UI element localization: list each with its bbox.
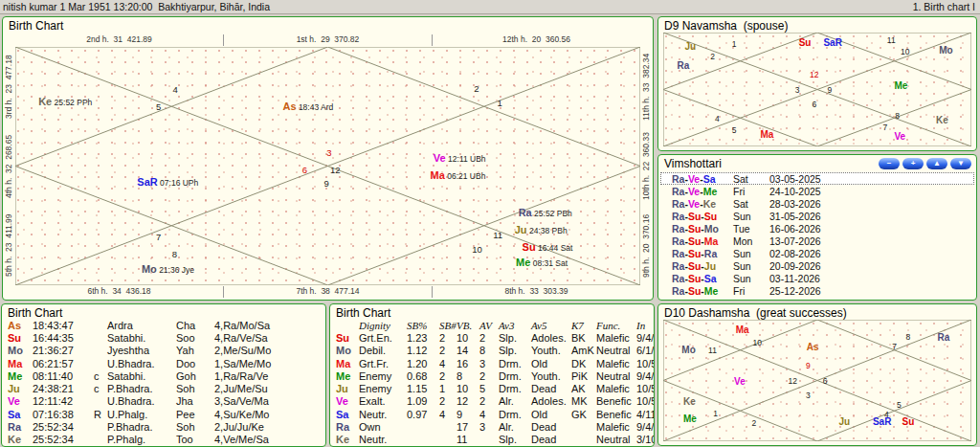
house-label: 7th h. 38 477.14 bbox=[223, 286, 432, 298]
chart-house-number: 3 bbox=[326, 148, 331, 158]
chart-house-number: 12 bbox=[330, 166, 341, 175]
minus-button[interactable]: − bbox=[879, 158, 900, 169]
house-label: 3rd h. 23 477.18 bbox=[4, 47, 14, 126]
dasha-row[interactable]: Ra-Su-SuSun31-05-2026 bbox=[660, 210, 974, 222]
house-label: 1st h. 29 370.82 bbox=[223, 34, 432, 46]
house-label: 5th h. 23 411.99 bbox=[4, 206, 14, 285]
house-label: 6th h. 34 436.18 bbox=[15, 286, 223, 298]
panel-title: Birth Chart bbox=[2, 304, 325, 319]
chart-house-number: 5 bbox=[156, 102, 161, 112]
chart-planet-su: Su bbox=[902, 417, 915, 427]
native-info: nitish kumar 1 Mar 1951 13:20:00 Bakhtiy… bbox=[3, 1, 270, 13]
chart-house-number: 6 bbox=[812, 101, 816, 109]
house-labels-bottom: 6th h. 34 436.18 7th h. 38 477.14 8th h.… bbox=[15, 286, 640, 298]
chart-house-number: 3 bbox=[806, 391, 811, 399]
table-row: Ju24:38:21cP.Bhadra.Soh2,Ju/Me/Su bbox=[8, 382, 325, 394]
table-row: Ve12:11:42U.Bhadra.Jha3,Sa/Ve/Ma bbox=[8, 395, 325, 408]
chart-house-number: 2 bbox=[710, 53, 715, 61]
panel-title: Birth Chart bbox=[3, 17, 653, 32]
dasha-row[interactable]: Ra-Ve-SaSat03-05-2025 bbox=[660, 172, 974, 185]
dasha-list: Ra-Ve-SaSat03-05-2025Ra-Ve-MeFri24-10-20… bbox=[660, 172, 974, 300]
chart-planet-ma: Ma bbox=[760, 130, 773, 140]
chart-planet-mo: Mo bbox=[681, 346, 695, 355]
dasha-row[interactable]: Ra-Ve-MeFri24-10-2025 bbox=[660, 185, 974, 197]
dasha-toolbar: −+▲▼ bbox=[879, 158, 971, 169]
chart-planet-ju: Ju 24:38 PBh bbox=[515, 224, 568, 235]
chart-house-number: 11 bbox=[493, 231, 502, 240]
chart-planet-as: As bbox=[807, 343, 819, 352]
chart-planet-ke: Ke bbox=[683, 397, 696, 407]
dasha-row[interactable]: Ra-Su-MaMon13-07-2026 bbox=[660, 235, 974, 247]
chart-grid bbox=[663, 320, 971, 441]
dasha-row[interactable]: Ra-Su-MoTue16-06-2026 bbox=[660, 222, 974, 235]
planet-positions-table: As18:43:47ArdraCha4,Ra/Mo/SaSu16:44:35Sa… bbox=[8, 319, 325, 446]
table-row: Su16:44:35Satabhi.Soo4,Ra/Ve/Sa bbox=[8, 331, 325, 344]
chart-planet-ve: Ve 12:11 UBh bbox=[434, 153, 486, 164]
chart-planet-ve: Ve bbox=[895, 132, 906, 142]
chart-house-number: 12 bbox=[789, 376, 797, 385]
house-labels-right: 11th h. 33 382.34 10th h. 22 360.33 9th … bbox=[641, 47, 652, 285]
positions-table-panel: Birth Chart As18:43:47ArdraCha4,Ra/Mo/Sa… bbox=[1, 303, 326, 447]
dasha-row[interactable]: Ra-Ve-KeSat28-03-2026 bbox=[660, 197, 974, 210]
chart-planet-me: Me 08:31 Sat bbox=[516, 257, 568, 268]
chart-planet-ju: Ju bbox=[839, 417, 851, 427]
table-row: SuGrt.En.1.232102Slp.Adoles.BKMalefic9/4… bbox=[336, 331, 654, 344]
chart-house-number: 6 bbox=[823, 376, 828, 385]
chart-house-number: 2 bbox=[752, 419, 757, 428]
dasha-row[interactable]: Ra-Su-JuSun20-09-2026 bbox=[660, 260, 974, 273]
table-row: Me08:11:40cSatabhi.Goh1,Ra/Ra/Ve bbox=[8, 369, 325, 382]
d10-dashamsha-panel: D10 Dashamsha (great successes) Ma10Mo11… bbox=[657, 303, 977, 446]
house-label: 2nd h. 31 421.89 bbox=[15, 34, 223, 46]
chart-house-number: 8 bbox=[172, 250, 177, 259]
down-button[interactable]: ▼ bbox=[950, 158, 971, 169]
table-row: KeNeutr.11Slp.DeadNeutral3/10/7 bbox=[336, 434, 654, 446]
house-label: 10th h. 22 360.33 bbox=[641, 126, 652, 206]
table-row: SaNeutr.0.97494Drm.OldGKBenefic4/11/8 bbox=[336, 408, 654, 420]
chart-planet-ve: Ve bbox=[734, 377, 746, 387]
up-button[interactable]: ▲ bbox=[926, 158, 947, 169]
panel-title: D10 Dashamsha (great successes) bbox=[658, 304, 976, 319]
chart-planet-ke: Ke 25:52 PPh bbox=[38, 97, 92, 107]
chart-planet-ra: Ra 25:52 PBh bbox=[519, 208, 572, 218]
chart-planet-ra: Ra bbox=[677, 61, 689, 71]
view-context-label: 1. Birth chart I bbox=[913, 1, 975, 13]
rasi-chart[interactable]: 45Ke 25:52 PPhAs 18:43 Ard2136129SaR 07:… bbox=[15, 47, 640, 285]
chart-planet-sar: SaR 07:16 UPh bbox=[137, 177, 198, 188]
chart-house-number: 10 bbox=[901, 48, 909, 56]
house-label: 12th h. 20 360.56 bbox=[432, 34, 640, 46]
navamsha-chart[interactable]: Ju12RaSuSaR1110Mo12396Me45Ma87KeVe bbox=[663, 33, 971, 146]
dasha-row[interactable]: Ra-Su-RaSun02-08-2026 bbox=[660, 248, 974, 260]
birth-chart-panel: Birth Chart 2nd h. 31 421.89 1st h. 29 3… bbox=[2, 16, 654, 301]
chart-house-number: 1 bbox=[732, 40, 737, 49]
table-row: VeExalt.1.092122Alr.Adoles.MKBenefic10/5… bbox=[336, 395, 654, 408]
table-row: As18:43:47ArdraCha4,Ra/Mo/Sa bbox=[8, 319, 325, 331]
chart-planet-me: Me bbox=[683, 414, 697, 424]
chart-planet-ma: Ma bbox=[736, 325, 749, 335]
chart-planet-ma: Ma 06:21 UBh bbox=[431, 169, 486, 180]
plus-button[interactable]: + bbox=[902, 158, 924, 169]
dasha-row[interactable]: Ra-Su-SaSun03-11-2026 bbox=[660, 273, 974, 285]
chart-planet-me: Me bbox=[895, 81, 908, 91]
chart-house-number: 8 bbox=[906, 333, 911, 342]
chart-grid bbox=[663, 33, 971, 146]
panel-title: D9 Navamsha (spouse) bbox=[658, 17, 976, 32]
chart-planet-ju: Ju bbox=[685, 42, 697, 52]
chart-house-number: 7 bbox=[892, 343, 897, 351]
chart-house-number: 10 bbox=[472, 245, 482, 255]
title-bar: nitish kumar 1 Mar 1951 13:20:00 Bakhtiy… bbox=[0, 0, 980, 14]
table-row: Ke25:52:34P.Phalg.Too4,Ve/Me/Sa bbox=[8, 434, 325, 446]
table-row: Ma06:21:57U.Bhadra.Doo1,Sa/Me/Mo bbox=[8, 357, 325, 369]
panel-title: Birth Chart bbox=[330, 304, 654, 319]
table-row: Mo21:36:27JyeshthaYah2,Me/Su/Mo bbox=[8, 345, 325, 357]
chart-house-number: 9 bbox=[806, 362, 811, 370]
chart-house-number: 1 bbox=[713, 410, 718, 418]
chart-house-number: 10 bbox=[752, 339, 761, 347]
dasha-row[interactable]: Ra-Su-MeFri25-12-2026 bbox=[660, 285, 974, 298]
house-label: 8th h. 33 303.39 bbox=[432, 286, 640, 298]
table-row: MaGrt.Fr.1.204163Drm.OldDKMalefic10/5/2 bbox=[336, 357, 654, 369]
chart-house-number: 11 bbox=[708, 346, 717, 355]
details-table-panel: Birth Chart DignitySB%SB#VB.AVAv3Av5K7Fu… bbox=[329, 303, 655, 447]
chart-house-number: 3 bbox=[795, 85, 800, 94]
chart-house-number: 5 bbox=[897, 401, 902, 410]
dashamsha-chart[interactable]: Ma10Mo11As87RaVe91263KeMe1254JuSaRSu bbox=[663, 320, 971, 441]
